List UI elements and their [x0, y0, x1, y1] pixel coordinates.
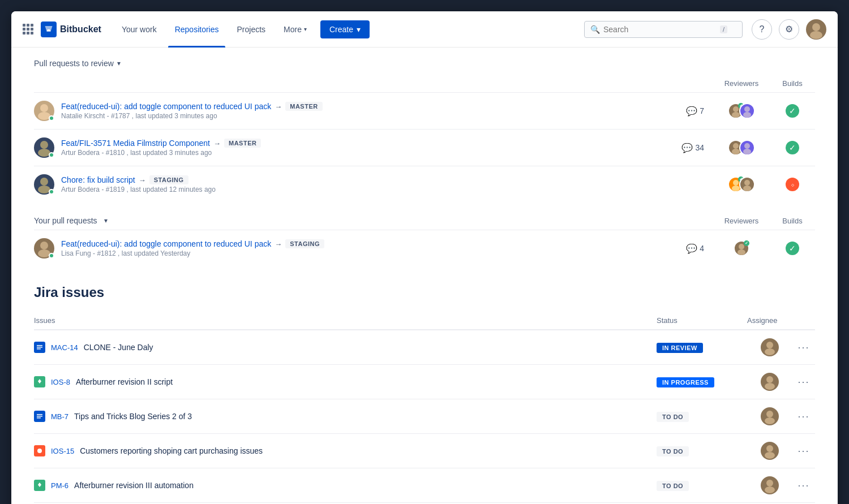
your-pull-requests-header[interactable]: Your pull requests ▾: [34, 216, 713, 225]
svg-rect-33: [37, 416, 42, 417]
issue-assignee: [747, 338, 792, 356]
assignee-avatar: [761, 442, 779, 460]
build-success-icon: ✓: [786, 104, 799, 118]
issue-row: MAC-14 CLONE - June Daly IN REVIEW ···: [34, 330, 815, 365]
avatar: [34, 238, 54, 259]
issue-more-button[interactable]: ···: [792, 411, 815, 423]
issue-key[interactable]: IOS-15: [51, 447, 74, 455]
nav-repositories[interactable]: Repositories: [168, 11, 226, 48]
pr-builds: ⬦: [770, 178, 815, 191]
logo-text: Bitbucket: [60, 24, 101, 35]
arrow-icon: →: [275, 240, 282, 248]
nav-your-work[interactable]: Your work: [115, 11, 164, 48]
pr-meta: Lisa Fung - #1812 , last updated Yesterd…: [61, 249, 679, 257]
online-indicator: [49, 152, 54, 158]
col-issues-label: Issues: [34, 316, 657, 325]
svg-point-31: [765, 383, 775, 390]
svg-point-27: [766, 342, 773, 348]
issue-name[interactable]: Tips and Tricks Blog Series 2 of 3: [74, 412, 192, 421]
arrow-icon: →: [275, 102, 282, 111]
help-button[interactable]: ?: [752, 19, 772, 40]
main-content: Pull requests to review ▾ Reviewers Buil…: [11, 48, 838, 504]
jira-issues-section: Jira issues Issues Status Assignee MAC-1…: [34, 285, 815, 503]
pr-builds: ✓: [770, 104, 815, 118]
issue-assignee: [747, 373, 792, 391]
avatar: [34, 174, 54, 195]
svg-point-39: [765, 452, 775, 459]
issue-status-cell: TO DO: [657, 446, 747, 456]
app-switcher-icon[interactable]: [23, 24, 34, 35]
search-shortcut: /: [720, 25, 727, 33]
your-pr-table-header: Your pull requests ▾ Reviewers Builds: [34, 212, 815, 230]
pr-title[interactable]: Feat(reduced-ui): add toggle component t…: [61, 239, 679, 248]
col-builds-label: Builds: [770, 217, 815, 225]
issue-more-button[interactable]: ···: [792, 445, 815, 457]
comment-count: 💬 7: [686, 106, 704, 117]
issue-name[interactable]: Customers reporting shoping cart purchas…: [80, 446, 263, 455]
logo[interactable]: Bitbucket: [41, 21, 101, 37]
assignee-avatar: [761, 476, 779, 494]
pr-title[interactable]: Feat/FIL-3571 Media Filmstrip Component …: [61, 139, 675, 148]
issue-key[interactable]: MB-7: [51, 412, 68, 421]
pr-row: Feat(reduced-ui): add toggle component t…: [34, 230, 815, 266]
svg-rect-34: [37, 417, 41, 419]
pr-reviewers: [713, 140, 770, 156]
issue-key[interactable]: IOS-8: [51, 378, 70, 386]
svg-point-0: [812, 23, 820, 31]
issue-more-button[interactable]: ···: [792, 342, 815, 354]
issues-table-header: Issues Status Assignee: [34, 312, 815, 330]
chevron-down-icon: ▾: [117, 59, 121, 67]
pr-info: Feat(reduced-ui): add toggle component t…: [61, 102, 679, 120]
issue-key[interactable]: MAC-14: [51, 343, 78, 352]
chevron-down-icon: ▾: [357, 25, 361, 34]
svg-point-36: [765, 417, 775, 424]
pr-reviewers: ✓: [713, 103, 770, 119]
issue-more-button[interactable]: ···: [792, 376, 815, 388]
status-badge: IN REVIEW: [657, 343, 703, 353]
svg-rect-26: [37, 348, 41, 350]
pr-table-header: Reviewers Builds: [34, 75, 815, 93]
issue-name[interactable]: Afterburner revision II script: [76, 377, 173, 386]
svg-point-38: [766, 445, 773, 452]
pr-title[interactable]: Chore: fix build script → STAGING: [61, 175, 713, 184]
issue-more-button[interactable]: ···: [792, 480, 815, 492]
pr-meta: Artur Bodera - #1819 , last updated 12 m…: [61, 186, 713, 193]
nav-projects[interactable]: Projects: [230, 11, 272, 48]
nav-more[interactable]: More ▾: [277, 11, 314, 48]
col-reviewers-label: Reviewers: [713, 217, 770, 225]
issue-assignee: [747, 407, 792, 425]
svg-point-16: [733, 180, 739, 186]
user-avatar[interactable]: [806, 19, 826, 40]
svg-rect-25: [37, 347, 42, 348]
search-input[interactable]: [603, 25, 717, 34]
comment-icon: 💬: [686, 106, 697, 117]
search-box[interactable]: 🔍 /: [584, 21, 743, 38]
svg-point-6: [744, 106, 750, 112]
settings-button[interactable]: ⚙: [779, 19, 799, 40]
issue-key[interactable]: PM-6: [51, 481, 68, 490]
issue-name[interactable]: Afterburner revision III automation: [74, 481, 194, 490]
pr-meta: Artur Bodera - #1810 , last updated 3 mi…: [61, 149, 675, 157]
issue-name[interactable]: CLONE - June Daly: [84, 343, 153, 352]
svg-point-10: [733, 143, 739, 149]
svg-point-19: [743, 186, 751, 191]
svg-point-30: [766, 376, 773, 383]
comment-count: 💬 4: [686, 243, 704, 254]
chevron-down-icon: ▾: [104, 217, 108, 225]
pull-requests-to-review-header[interactable]: Pull requests to review ▾: [34, 48, 815, 75]
issue-row: PM-6 Afterburner revision III automation…: [34, 468, 815, 503]
create-button[interactable]: Create ▾: [320, 20, 370, 38]
pull-requests-to-review-section: Pull requests to review ▾ Reviewers Buil…: [34, 48, 815, 203]
pr-builds: ✓: [770, 141, 815, 154]
status-badge: TO DO: [657, 481, 689, 491]
comment-icon: 💬: [681, 143, 693, 153]
arrow-icon: →: [139, 176, 146, 184]
svg-point-28: [765, 348, 775, 355]
svg-marker-29: [38, 379, 41, 384]
status-badge: TO DO: [657, 412, 689, 422]
build-success-icon: ✓: [786, 141, 799, 154]
comment-count: 💬 34: [681, 143, 704, 153]
bitbucket-logo-icon: [41, 21, 57, 37]
pr-row: Feat(reduced-ui): add toggle component t…: [34, 93, 815, 130]
pr-title[interactable]: Feat(reduced-ui): add toggle component t…: [61, 102, 679, 111]
